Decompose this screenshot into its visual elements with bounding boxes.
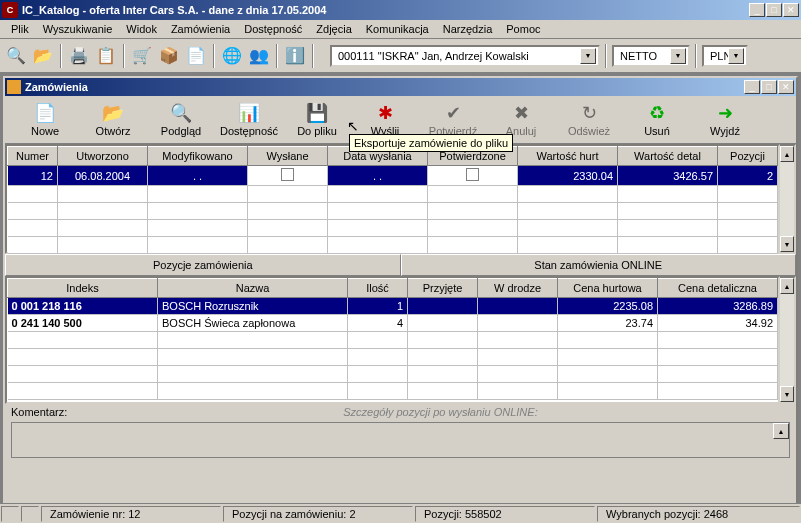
delete-icon: ♻ bbox=[646, 102, 668, 124]
currency-dropdown-icon[interactable]: ▼ bbox=[728, 48, 744, 64]
col-nazwa[interactable]: Nazwa bbox=[158, 279, 348, 298]
scroll-down-icon[interactable]: ▼ bbox=[780, 236, 794, 252]
col-pozycji[interactable]: Pozycji bbox=[718, 147, 778, 166]
col-utworzono[interactable]: Utworzono bbox=[58, 147, 148, 166]
info-icon[interactable]: ℹ️ bbox=[283, 44, 307, 68]
customer-value: 000111 "ISKRA" Jan, Andrzej Kowalski bbox=[334, 50, 580, 62]
orders-grid[interactable]: Numer Utworzono Modyfikowano Wysłane Dat… bbox=[5, 144, 780, 254]
menu-wyszukiwanie[interactable]: Wyszukiwanie bbox=[36, 21, 120, 37]
confirm-icon: ✔ bbox=[442, 102, 464, 124]
items-grid[interactable]: Indeks Nazwa Ilość Przyjęte W drodze Cen… bbox=[5, 276, 780, 404]
currency-combo[interactable]: PLN ▼ bbox=[702, 45, 748, 67]
empty-row bbox=[8, 186, 778, 203]
otworz-button[interactable]: 📂Otwórz bbox=[79, 98, 147, 142]
tab-stan[interactable]: Stan zamówienia ONLINE bbox=[401, 254, 797, 276]
empty-row bbox=[8, 220, 778, 237]
status-wybranych: Wybranych pozycji: 2468 bbox=[597, 506, 800, 522]
availability-icon: 📊 bbox=[238, 102, 260, 124]
close-button[interactable]: ✕ bbox=[783, 3, 799, 17]
child-titlebar: Zamówienia _ □ ✕ bbox=[5, 78, 796, 96]
items-row[interactable]: 0 001 218 116 BOSCH Rozrusznik 1 2235.08… bbox=[8, 298, 778, 315]
comment-row: Komentarz: Szczegóły pozycji po wysłaniu… bbox=[5, 404, 796, 420]
child-title: Zamówienia bbox=[25, 81, 744, 93]
cart-open-icon[interactable]: 📦 bbox=[157, 44, 181, 68]
col-przyjete[interactable]: Przyjęte bbox=[408, 279, 478, 298]
menu-komunikacja[interactable]: Komunikacja bbox=[359, 21, 436, 37]
child-minimize-button[interactable]: _ bbox=[744, 80, 760, 94]
comment-textarea[interactable]: ▲ bbox=[11, 422, 790, 458]
col-numer[interactable]: Numer bbox=[8, 147, 58, 166]
print-icon[interactable]: 🖨️ bbox=[67, 44, 91, 68]
do-pliku-button[interactable]: 💾Do pliku bbox=[283, 98, 351, 142]
col-wartosc-detal[interactable]: Wartość detal bbox=[618, 147, 718, 166]
menu-zamowienia[interactable]: Zamówienia bbox=[164, 21, 237, 37]
tab-pozycje[interactable]: Pozycje zamówienia bbox=[5, 254, 401, 276]
order-toolbar: 📄Nowe 📂Otwórz 🔍Podgląd 📊Dostępność 💾Do p… bbox=[5, 96, 796, 144]
customer-dropdown-icon[interactable]: ▼ bbox=[580, 48, 596, 64]
odswiez-button[interactable]: ↻Odśwież bbox=[555, 98, 623, 142]
podglad-button[interactable]: 🔍Podgląd bbox=[147, 98, 215, 142]
col-wyslane[interactable]: Wysłane bbox=[248, 147, 328, 166]
orders-window-icon bbox=[7, 80, 21, 94]
folder-icon[interactable]: 📂 bbox=[31, 44, 55, 68]
exit-icon: ➜ bbox=[714, 102, 736, 124]
items-header-row: Indeks Nazwa Ilość Przyjęte W drodze Cen… bbox=[8, 279, 778, 298]
users-icon[interactable]: 👥 bbox=[247, 44, 271, 68]
col-ilosc[interactable]: Ilość bbox=[348, 279, 408, 298]
maximize-button[interactable]: □ bbox=[766, 3, 782, 17]
wyslane-checkbox[interactable] bbox=[281, 168, 294, 181]
export-icon: 💾 bbox=[306, 102, 328, 124]
mdi-area: Zamówienia _ □ ✕ 📄Nowe 📂Otwórz 🔍Podgląd … bbox=[0, 73, 801, 520]
orders-row[interactable]: 12 06.08.2004 . . . . 2330.04 3426.57 2 bbox=[8, 166, 778, 186]
menu-dostepnosc[interactable]: Dostępność bbox=[237, 21, 309, 37]
status-indicator-2 bbox=[21, 506, 39, 522]
wyjdz-button[interactable]: ➜Wyjdź bbox=[691, 98, 759, 142]
col-w-drodze[interactable]: W drodze bbox=[478, 279, 558, 298]
orders-window: Zamówienia _ □ ✕ 📄Nowe 📂Otwórz 🔍Podgląd … bbox=[3, 76, 798, 517]
menu-zdjecia[interactable]: Zdjęcia bbox=[309, 21, 358, 37]
currency-value: PLN bbox=[706, 50, 728, 62]
child-maximize-button[interactable]: □ bbox=[761, 80, 777, 94]
scroll-up-icon[interactable]: ▲ bbox=[780, 278, 794, 294]
cart-view-icon[interactable]: 📄 bbox=[184, 44, 208, 68]
preview-icon: 🔍 bbox=[170, 102, 192, 124]
col-modyfikowano[interactable]: Modyfikowano bbox=[148, 147, 248, 166]
price-type-dropdown-icon[interactable]: ▼ bbox=[670, 48, 686, 64]
minimize-button[interactable]: _ bbox=[749, 3, 765, 17]
col-indeks[interactable]: Indeks bbox=[8, 279, 158, 298]
menu-narzedzia[interactable]: Narzędzia bbox=[436, 21, 500, 37]
statusbar: Zamówienie nr: 12 Pozycji na zamówieniu:… bbox=[0, 503, 801, 523]
price-type-value: NETTO bbox=[616, 50, 670, 62]
print-preview-icon[interactable]: 📋 bbox=[94, 44, 118, 68]
comment-scroll-up-icon[interactable]: ▲ bbox=[773, 423, 789, 439]
empty-row bbox=[8, 203, 778, 220]
col-cena-hurtowa[interactable]: Cena hurtowa bbox=[558, 279, 658, 298]
scroll-up-icon[interactable]: ▲ bbox=[780, 146, 794, 162]
nowe-button[interactable]: 📄Nowe bbox=[11, 98, 79, 142]
price-type-combo[interactable]: NETTO ▼ bbox=[612, 45, 690, 67]
titlebar: C IC_Katalog - oferta Inter Cars S.A. - … bbox=[0, 0, 801, 20]
tooltip: Eksportuje zamówienie do pliku bbox=[349, 134, 513, 152]
items-scrollbar[interactable]: ▲ ▼ bbox=[780, 276, 796, 404]
cart-new-icon[interactable]: 🛒 bbox=[130, 44, 154, 68]
globe-icon[interactable]: 🌐 bbox=[220, 44, 244, 68]
col-cena-detaliczna[interactable]: Cena detaliczna bbox=[658, 279, 778, 298]
menu-widok[interactable]: Widok bbox=[119, 21, 164, 37]
potwierdzone-checkbox[interactable] bbox=[466, 168, 479, 181]
search-icon[interactable]: 🔍 bbox=[4, 44, 28, 68]
menu-pomoc[interactable]: Pomoc bbox=[499, 21, 547, 37]
tab-bar: Pozycje zamówienia Stan zamówienia ONLIN… bbox=[5, 254, 796, 276]
usun-button[interactable]: ♻Usuń bbox=[623, 98, 691, 142]
scroll-down-icon[interactable]: ▼ bbox=[780, 386, 794, 402]
cancel-icon: ✖ bbox=[510, 102, 532, 124]
dostepnosc-button[interactable]: 📊Dostępność bbox=[215, 98, 283, 142]
items-row[interactable]: 0 241 140 500 BOSCH Świeca zapłonowa 4 2… bbox=[8, 315, 778, 332]
menubar: Plik Wyszukiwanie Widok Zamówienia Dostę… bbox=[0, 20, 801, 39]
refresh-icon: ↻ bbox=[578, 102, 600, 124]
status-indicator-1 bbox=[1, 506, 19, 522]
customer-combo[interactable]: 000111 "ISKRA" Jan, Andrzej Kowalski ▼ bbox=[330, 45, 600, 67]
col-wartosc-hurt[interactable]: Wartość hurt bbox=[518, 147, 618, 166]
child-close-button[interactable]: ✕ bbox=[778, 80, 794, 94]
orders-scrollbar[interactable]: ▲ ▼ bbox=[780, 144, 796, 254]
menu-plik[interactable]: Plik bbox=[4, 21, 36, 37]
